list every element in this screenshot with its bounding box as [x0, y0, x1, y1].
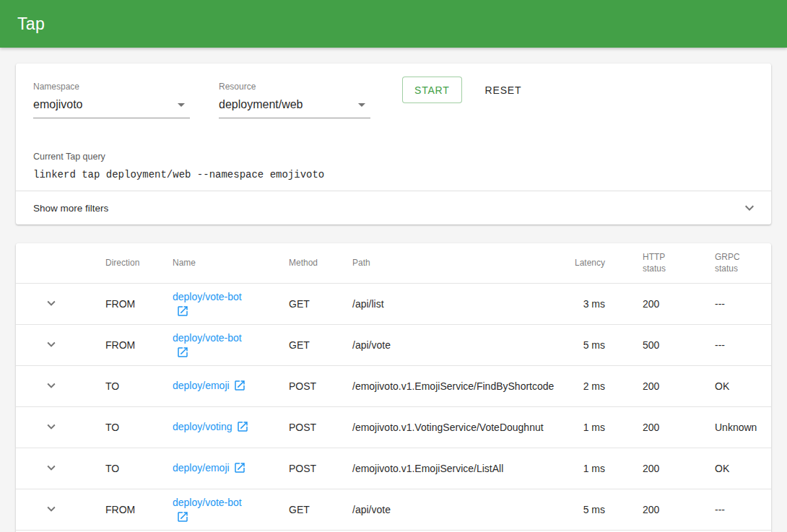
- filters-row: Namespace emojivoto Resource deployment/…: [16, 64, 771, 118]
- table-row: TO deploy/voting POST /emojivoto.v1.Voti…: [16, 406, 771, 448]
- dropdown-arrow-icon: [173, 96, 190, 113]
- tap-query-value: linkerd tap deployment/web --namespace e…: [33, 169, 754, 191]
- name-cell: deploy/emoji: [173, 448, 289, 489]
- start-button[interactable]: START: [402, 77, 462, 103]
- namespace-select[interactable]: emojivoto: [33, 96, 190, 118]
- name-cell: deploy/emoji: [173, 365, 289, 406]
- path-column-header: Path: [352, 243, 547, 283]
- name-cell: deploy/vote-bot: [173, 283, 289, 324]
- show-more-filters-label: Show more filters: [33, 203, 108, 214]
- tap-query-label: Current Tap query: [33, 152, 754, 162]
- path-cell: /api/vote: [352, 324, 547, 365]
- table-row: FROM deploy/vote-bot GET /api/vote 5 ms …: [16, 324, 771, 365]
- resource-link[interactable]: deploy/emoji: [173, 380, 230, 391]
- table-row: FROM deploy/vote-bot GET /api/list 3 ms …: [16, 283, 771, 324]
- name-cell: deploy/voting: [173, 406, 289, 448]
- latency-cell: 3 ms: [547, 283, 605, 324]
- expand-row-button[interactable]: [43, 377, 60, 394]
- reset-button[interactable]: RESET: [477, 77, 531, 103]
- latency-cell: 5 ms: [547, 489, 605, 530]
- expand-row-button[interactable]: [43, 500, 60, 518]
- chevron-down-icon: [43, 460, 59, 476]
- grpc-status-cell: ---: [715, 489, 771, 530]
- http-status-cell: 200: [605, 283, 715, 324]
- http-status-cell: 500: [605, 324, 715, 365]
- chevron-down-icon: [43, 295, 59, 311]
- method-cell: GET: [289, 489, 352, 530]
- resource-link[interactable]: deploy/vote-bot: [173, 291, 242, 302]
- latency-cell: 5 ms: [547, 324, 605, 365]
- grpc-status-column-header: GRPC status: [715, 243, 771, 283]
- path-cell: /emojivoto.v1.EmojiService/FindByShortco…: [352, 365, 547, 406]
- dropdown-arrow-icon: [353, 96, 370, 113]
- namespace-label: Namespace: [33, 82, 190, 92]
- expand-row-button[interactable]: [43, 459, 60, 476]
- method-cell: GET: [289, 324, 352, 365]
- expand-row-button[interactable]: [43, 336, 60, 353]
- chevron-down-icon: [741, 199, 758, 217]
- path-cell: /emojivoto.v1.VotingService/VoteDoughnut: [352, 406, 547, 448]
- expand-row-button[interactable]: [43, 295, 60, 312]
- grpc-status-cell: OK: [715, 448, 771, 489]
- direction-cell: FROM: [105, 489, 173, 530]
- tap-query-block: Current Tap query linkerd tap deployment…: [16, 152, 771, 191]
- expand-column-header: [16, 243, 105, 283]
- http-status-cell: 200: [605, 489, 715, 530]
- latency-cell: 2 ms: [547, 365, 605, 406]
- resource-select[interactable]: deployment/web: [219, 96, 370, 118]
- open-in-new-icon[interactable]: [233, 379, 246, 392]
- name-cell: deploy/vote-bot: [173, 324, 289, 365]
- name-column-header: Name: [173, 243, 289, 283]
- direction-column-header: Direction: [105, 243, 173, 283]
- tap-results-card: Direction Name Method Path Latency HTTP …: [16, 243, 771, 532]
- open-in-new-icon[interactable]: [233, 461, 246, 474]
- chevron-down-icon: [43, 419, 59, 435]
- method-cell: POST: [289, 448, 352, 489]
- direction-cell: TO: [105, 406, 173, 448]
- resource-value: deployment/web: [219, 98, 303, 111]
- table-header-row: Direction Name Method Path Latency HTTP …: [16, 243, 771, 283]
- http-status-cell: 200: [605, 365, 715, 406]
- open-in-new-icon[interactable]: [236, 420, 249, 433]
- method-cell: GET: [289, 283, 352, 324]
- direction-cell: FROM: [105, 324, 173, 365]
- path-cell: /api/vote: [352, 489, 547, 530]
- resource-link[interactable]: deploy/emoji: [173, 462, 230, 474]
- method-cell: POST: [289, 406, 352, 448]
- app-header: Tap: [0, 0, 787, 48]
- direction-cell: TO: [105, 448, 173, 489]
- open-in-new-icon[interactable]: [176, 346, 189, 359]
- chevron-down-icon: [43, 501, 59, 517]
- name-cell: deploy/vote-bot: [173, 489, 289, 530]
- chevron-down-icon: [43, 336, 59, 352]
- method-column-header: Method: [289, 243, 352, 283]
- direction-cell: TO: [105, 365, 173, 406]
- tap-results-table: Direction Name Method Path Latency HTTP …: [16, 243, 771, 531]
- resource-link[interactable]: deploy/vote-bot: [173, 497, 242, 508]
- http-status-cell: 200: [605, 448, 715, 489]
- latency-cell: 1 ms: [547, 448, 605, 489]
- resource-link[interactable]: deploy/voting: [173, 421, 232, 432]
- http-status-column-header: HTTP status: [605, 243, 715, 283]
- latency-cell: 1 ms: [547, 406, 605, 448]
- expand-row-button[interactable]: [43, 418, 60, 435]
- namespace-select-group: Namespace emojivoto: [33, 82, 190, 118]
- grpc-status-cell: ---: [715, 283, 771, 324]
- open-in-new-icon[interactable]: [176, 305, 189, 318]
- http-status-cell: 200: [605, 406, 715, 448]
- tap-filters-card: Namespace emojivoto Resource deployment/…: [16, 64, 771, 224]
- resource-label: Resource: [219, 82, 370, 92]
- table-row: FROM deploy/vote-bot GET /api/vote 5 ms …: [16, 489, 771, 530]
- grpc-status-cell: Unknown: [715, 406, 771, 448]
- grpc-status-cell: ---: [715, 324, 771, 365]
- show-more-filters-toggle[interactable]: Show more filters: [16, 191, 771, 224]
- resource-link[interactable]: deploy/vote-bot: [173, 332, 242, 344]
- method-cell: POST: [289, 365, 352, 406]
- tap-table-body: FROM deploy/vote-bot GET /api/list 3 ms …: [16, 283, 771, 530]
- page-title: Tap: [17, 14, 45, 34]
- table-row: TO deploy/emoji POST /emojivoto.v1.Emoji…: [16, 448, 771, 489]
- open-in-new-icon[interactable]: [176, 510, 189, 523]
- path-cell: /api/list: [352, 283, 547, 324]
- direction-cell: FROM: [105, 283, 173, 324]
- namespace-value: emojivoto: [33, 98, 82, 111]
